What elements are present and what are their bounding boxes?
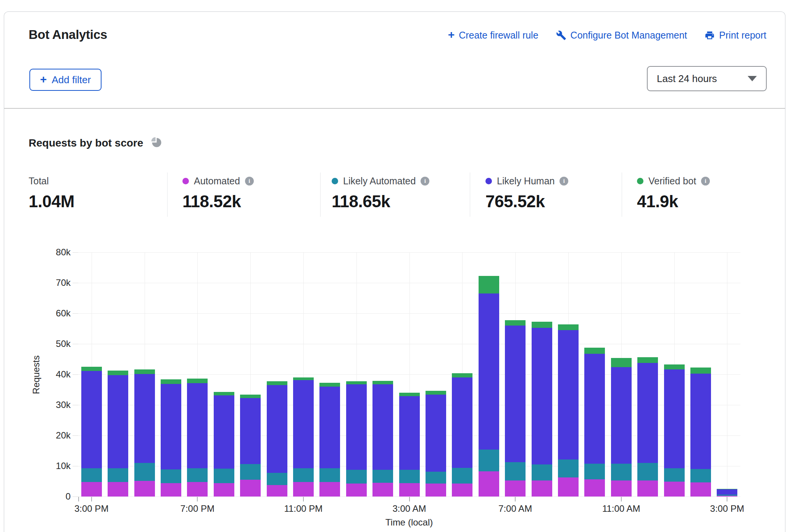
y-tick-label: 70k xyxy=(36,277,71,288)
x-tick-mark xyxy=(621,497,622,501)
y-tick-label: 20k xyxy=(36,430,71,441)
bar-segment-likely-human xyxy=(293,380,314,468)
bar-segment-verified-bot xyxy=(108,371,128,375)
bar-segment-verified-bot xyxy=(346,381,367,385)
bar-segment-automated xyxy=(214,483,234,497)
bar-segment-likely-automated xyxy=(293,468,314,482)
bar-segment-likely-automated xyxy=(426,472,446,483)
x-tick-label: 3:00 PM xyxy=(710,503,744,514)
bar-segment-automated xyxy=(108,482,128,497)
bar-segment-likely-human xyxy=(505,326,526,462)
v-gridline xyxy=(727,252,727,497)
bar-segment-verified-bot xyxy=(611,358,632,367)
bar-segment-likely-human xyxy=(214,395,234,469)
bar-segment-likely-automated xyxy=(690,469,711,482)
bar-segment-verified-bot xyxy=(717,489,737,489)
bar-segment-likely-automated xyxy=(611,464,632,480)
bar-segment-likely-human xyxy=(532,328,552,464)
y-tick-mark xyxy=(73,344,78,344)
bar-segment-verified-bot xyxy=(214,392,234,395)
bar-segment-likely-human xyxy=(240,398,261,464)
x-tick-label: 7:00 PM xyxy=(181,503,214,514)
bar-segment-likely-automated xyxy=(319,468,340,482)
bar-segment-automated xyxy=(690,482,711,497)
y-tick-label: 40k xyxy=(36,369,71,380)
y-tick-label: 0 xyxy=(36,491,71,502)
bar-segment-automated xyxy=(505,480,526,497)
y-tick-mark xyxy=(73,405,78,405)
bar-segment-verified-bot xyxy=(690,368,711,374)
bar-segment-likely-human xyxy=(161,384,181,469)
bar-segment-automated xyxy=(558,477,579,497)
bar-segment-likely-automated xyxy=(187,468,208,482)
bar-segment-verified-bot xyxy=(187,379,208,383)
bar-segment-likely-human xyxy=(81,371,102,468)
bar-segment-automated xyxy=(240,480,261,497)
bar-segment-likely-human xyxy=(717,489,737,495)
y-tick-label: 30k xyxy=(36,400,71,410)
bar-segment-verified-bot xyxy=(558,324,579,330)
bar-segment-verified-bot xyxy=(452,373,472,377)
bar-segment-automated xyxy=(399,483,420,497)
x-tick-mark xyxy=(78,497,79,501)
bar-segment-likely-automated xyxy=(214,469,234,483)
bar-segment-likely-human xyxy=(399,396,420,470)
bar-segment-likely-human xyxy=(372,384,393,470)
bar-segment-likely-human xyxy=(584,354,605,463)
bar-segment-verified-bot xyxy=(161,379,181,384)
y-tick-label: 60k xyxy=(36,308,71,319)
bar-segment-likely-human xyxy=(452,377,472,468)
bar-segment-likely-human xyxy=(637,363,658,463)
bar-segment-likely-human xyxy=(346,384,367,469)
x-tick-mark xyxy=(515,497,516,501)
bar-segment-likely-automated xyxy=(161,469,181,483)
bar-segment-verified-bot xyxy=(81,367,102,371)
requests-by-bot-score-chart: Requests Time (local) 010k20k30k40k50k60… xyxy=(0,0,790,532)
bar-segment-likely-automated xyxy=(637,463,658,480)
bar-segment-verified-bot xyxy=(319,383,340,387)
bar-segment-verified-bot xyxy=(584,348,605,354)
bar-segment-likely-automated xyxy=(399,470,420,483)
bar-segment-likely-human xyxy=(558,330,579,459)
bar-segment-verified-bot xyxy=(664,364,685,370)
y-tick-label: 50k xyxy=(36,339,71,349)
bar-segment-likely-human xyxy=(187,383,208,468)
y-tick-mark xyxy=(73,252,78,253)
bar-segment-automated xyxy=(187,482,208,497)
bar-segment-verified-bot xyxy=(240,395,261,398)
bar-segment-verified-bot xyxy=(267,381,287,385)
bar-segment-automated xyxy=(717,496,737,497)
bar-segment-verified-bot xyxy=(134,369,155,374)
bar-segment-verified-bot xyxy=(399,393,420,396)
bar-segment-likely-human xyxy=(690,374,711,469)
bar-segment-likely-automated xyxy=(108,468,128,482)
bar-segment-automated xyxy=(346,484,367,497)
bar-segment-likely-human xyxy=(134,374,155,463)
bar-segment-verified-bot xyxy=(479,276,499,293)
bar-segment-automated xyxy=(426,484,446,497)
bar-segment-likely-human xyxy=(479,293,499,450)
y-tick-mark xyxy=(73,497,78,497)
bar-segment-likely-automated xyxy=(479,450,499,471)
bar-segment-automated xyxy=(452,484,472,497)
bar-segment-likely-automated xyxy=(134,463,155,481)
bar-segment-automated xyxy=(637,480,658,497)
bar-segment-likely-automated xyxy=(267,473,287,485)
bar-segment-likely-automated xyxy=(664,468,685,481)
y-tick-mark xyxy=(73,313,78,314)
y-tick-mark xyxy=(73,466,78,466)
bar-segment-automated xyxy=(319,482,340,497)
bar-segment-likely-human xyxy=(319,387,340,468)
x-tick-mark xyxy=(197,497,198,501)
bar-segment-likely-human xyxy=(267,385,287,473)
bar-segment-verified-bot xyxy=(532,322,552,327)
bar-segment-automated xyxy=(664,482,685,497)
bar-segment-likely-automated xyxy=(240,464,261,480)
y-tick-mark xyxy=(73,435,78,436)
y-tick-label: 10k xyxy=(36,461,71,471)
bar-segment-automated xyxy=(532,480,552,497)
bar-segment-likely-automated xyxy=(532,464,552,480)
bar-segment-verified-bot xyxy=(426,391,446,395)
bar-segment-likely-human xyxy=(108,375,128,468)
bar-segment-automated xyxy=(584,479,605,497)
